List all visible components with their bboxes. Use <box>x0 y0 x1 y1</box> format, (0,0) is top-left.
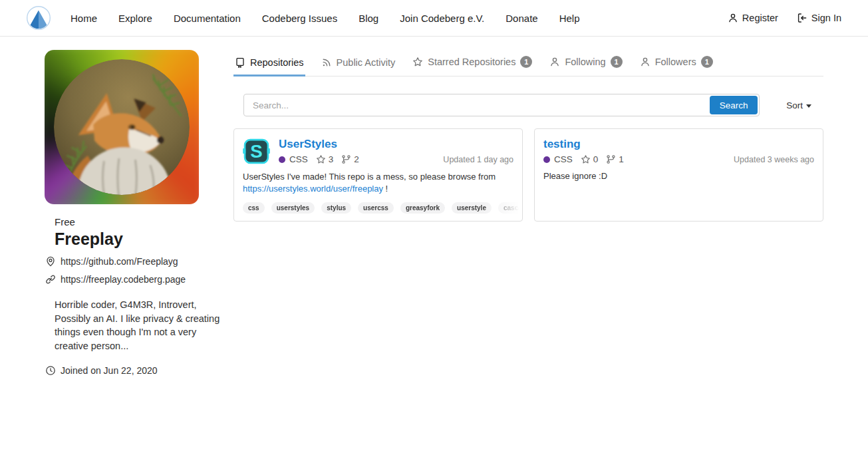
repo-search-row: Search Sort <box>233 94 823 116</box>
person-icon <box>640 57 651 67</box>
page-content: Free Freeplay https://github.com/Freepla… <box>45 37 823 376</box>
language-dot <box>279 156 285 163</box>
sort-dropdown[interactable]: Sort <box>786 100 811 110</box>
register-label: Register <box>742 13 778 23</box>
repo-title-link[interactable]: testing <box>543 138 581 151</box>
nav-donate[interactable]: Donate <box>506 13 537 24</box>
profile-bio: Horrible coder, G4M3R, Introvert, Possib… <box>55 298 226 353</box>
auth-links: Register Sign In <box>728 13 841 23</box>
profile-display-name: Freeplay <box>55 230 233 249</box>
profile-website-row: https://freeplay.codeberg.page <box>45 274 233 285</box>
nav-codeberg-issues[interactable]: Codeberg Issues <box>262 13 337 24</box>
codeberg-logo-icon[interactable] <box>27 6 51 30</box>
fork-icon <box>606 154 616 164</box>
nav-help[interactable]: Help <box>559 13 580 24</box>
tab-repositories[interactable]: Repositories <box>233 51 305 77</box>
profile-location-row: https://github.com/Freeplayg <box>45 256 233 267</box>
tab-repositories-label: Repositories <box>250 57 304 68</box>
nav-join-codeberg[interactable]: Join Codeberg e.V. <box>400 13 484 24</box>
profile-location: https://github.com/Freeplayg <box>61 256 178 267</box>
star-icon <box>581 154 591 164</box>
repo-fork-count: 2 <box>354 154 359 164</box>
nav-explore[interactable]: Explore <box>118 13 152 24</box>
repo-updated: Updated 1 day ago <box>443 155 513 164</box>
topic-tag[interactable]: userstyles <box>271 202 315 214</box>
topic-tag[interactable]: greasyfork <box>400 202 445 214</box>
repo-meta: CSS 3 2 Updated 1 day ago <box>279 154 513 164</box>
repo-icon <box>235 57 245 68</box>
svg-text:S: S <box>250 141 262 162</box>
nav-blog[interactable]: Blog <box>359 13 378 24</box>
repo-card-userstyles: S UserStyles CSS 3 <box>233 128 523 222</box>
sign-in-button[interactable]: Sign In <box>797 13 841 23</box>
star-icon <box>412 57 423 67</box>
profile-joined-row: Joined on Jun 22, 2020 <box>45 365 233 376</box>
profile-avatar <box>45 50 199 204</box>
star-icon <box>316 154 326 164</box>
repo-avatar: S <box>243 138 270 165</box>
clock-icon <box>45 365 56 376</box>
topic-tag[interactable]: css <box>243 202 265 214</box>
tab-followers-label: Followers <box>655 57 696 67</box>
repo-search-box: Search <box>243 94 760 116</box>
repo-star-count: 3 <box>329 154 334 164</box>
tab-followers[interactable]: Followers 1 <box>639 50 714 77</box>
repo-language: CSS <box>554 154 573 164</box>
fork-icon <box>341 154 351 164</box>
sort-label: Sort <box>786 100 803 110</box>
location-icon <box>45 256 56 267</box>
repo-description-link[interactable]: https://userstyles.world/user/freeplay <box>243 184 383 194</box>
topic-tag[interactable]: usercss <box>358 202 394 214</box>
sign-in-icon <box>797 13 807 23</box>
tab-starred-repositories[interactable]: Starred Repositories 1 <box>411 50 533 77</box>
following-count-badge: 1 <box>611 56 623 68</box>
tab-public-activity[interactable]: Public Activity <box>320 51 397 77</box>
profile-main: Repositories Public Activity Starred Rep… <box>233 50 823 376</box>
fox-avatar-image <box>54 59 190 195</box>
topic-tag[interactable]: stylus <box>321 202 351 214</box>
main-nav: Home Explore Documentation Codeberg Issu… <box>71 13 580 24</box>
repo-list: S UserStyles CSS 3 <box>233 128 823 222</box>
link-icon <box>45 274 56 285</box>
profile-joined-date: Joined on Jun 22, 2020 <box>61 365 158 376</box>
repo-search-input[interactable] <box>244 94 759 116</box>
repo-fork-count: 1 <box>619 154 624 164</box>
search-button[interactable]: Search <box>710 96 758 114</box>
tab-public-activity-label: Public Activity <box>337 57 396 68</box>
repo-description: UserStyles I've made! This repo is a mes… <box>243 171 513 195</box>
topic-tag[interactable]: userstyle <box>452 202 492 214</box>
followers-count-badge: 1 <box>701 56 713 68</box>
tab-starred-label: Starred Repositories <box>428 57 515 67</box>
profile-sidebar: Free Freeplay https://github.com/Freepla… <box>45 50 233 376</box>
tab-following[interactable]: Following 1 <box>548 50 623 77</box>
repo-topics: css userstyles stylus usercss greasyfork… <box>243 202 522 214</box>
repo-title-link[interactable]: UserStyles <box>279 138 337 151</box>
person-icon <box>549 57 560 67</box>
site-header: Home Explore Documentation Codeberg Issu… <box>0 0 868 37</box>
starred-count-badge: 1 <box>520 56 532 68</box>
profile-website-link[interactable]: https://freeplay.codeberg.page <box>61 274 186 285</box>
topic-tag[interactable]: cascading-style-she <box>498 202 522 214</box>
sign-in-label: Sign In <box>811 13 841 23</box>
chevron-down-icon <box>806 104 811 108</box>
nav-home[interactable]: Home <box>71 13 97 24</box>
rss-icon <box>321 57 332 68</box>
person-icon <box>728 13 738 23</box>
register-button[interactable]: Register <box>728 13 778 23</box>
repo-description: Please ignore :D <box>543 170 814 182</box>
repo-star-count: 0 <box>593 154 599 164</box>
repo-meta: CSS 0 1 Updated 3 weeks ago <box>543 154 814 164</box>
nav-documentation[interactable]: Documentation <box>174 13 241 24</box>
repo-updated: Updated 3 weeks ago <box>734 155 814 164</box>
profile-username: Free <box>55 216 233 228</box>
repo-language: CSS <box>289 154 308 164</box>
tab-following-label: Following <box>565 57 605 67</box>
repo-card-testing: testing CSS 0 1 <box>534 128 823 222</box>
profile-tabs: Repositories Public Activity Starred Rep… <box>233 50 823 77</box>
language-dot <box>543 156 550 163</box>
